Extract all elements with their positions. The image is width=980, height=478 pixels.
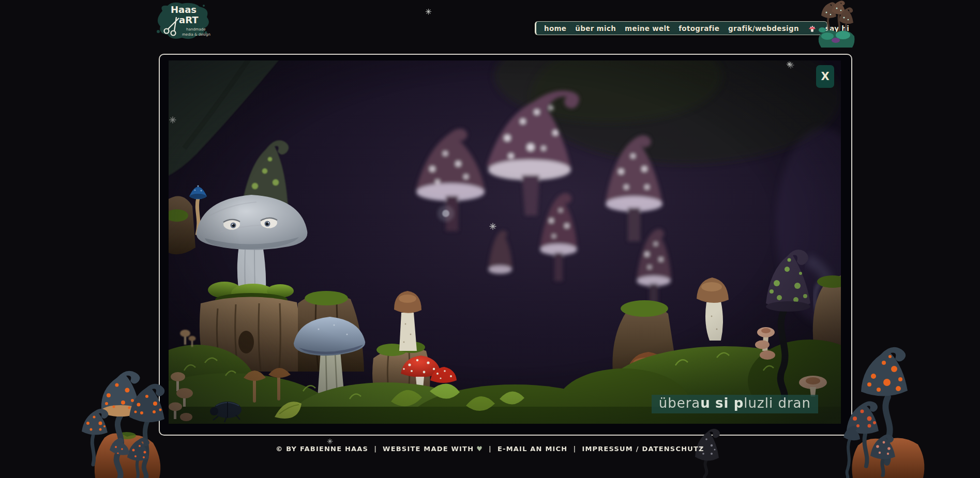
logo-tagline-1: handmade [186,27,205,32]
footer-separator: | [374,445,377,453]
heart-icon: ♥ [476,445,483,453]
mushroom-icon[interactable] [808,24,817,33]
sparkle-icon [425,8,432,15]
footer-email-link[interactable]: E-MAIL AN MICH [497,445,567,453]
logo-title-bottom: aRT [179,14,199,25]
decor-mushrooms-bottom-right [840,336,933,478]
page: Haas aRT handmade media & design home üb… [0,0,980,478]
logo-tagline-2: media & design [182,33,210,37]
caption-segment: si [715,395,729,411]
close-button[interactable]: X [816,65,834,88]
sparkle-icon [327,438,333,444]
logo-splash-icon: Haas aRT handmade media & design [152,2,213,42]
footer: © BY FABIENNE HAAS|WEBSITE MADE WITH♥|E-… [0,445,980,453]
caption-segment [729,395,733,411]
caption-segment: u [700,395,711,411]
sparkle-icon [786,61,792,67]
nav-item-grafik-webdesign[interactable]: grafik/webdesign [728,24,799,33]
site-logo[interactable]: Haas aRT handmade media & design [152,2,213,42]
caption-segment: p [734,395,744,411]
decor-mushrooms-top-right [816,0,857,48]
footer-copyright: © BY FABIENNE HAAS [276,445,368,453]
caption-segment: übera [659,395,701,411]
footer-made-with: WEBSITE MADE WITH [383,445,474,453]
nav-item-home[interactable]: home [544,24,566,33]
decor-mushrooms-bottom-left [78,359,173,478]
main-nav: home über mich meine welt fotografie gra… [535,21,827,35]
caption-segment: luzli [744,395,773,411]
nav-item-fotografie[interactable]: fotografie [679,24,719,33]
footer-separator: | [489,445,492,453]
footer-separator: | [573,445,576,453]
caption-segment [711,395,715,411]
vignette [169,60,841,424]
logo-title-top: Haas [171,4,197,15]
lightbox-photo: überau si pluzli dran [169,60,841,424]
mushroom-scene [169,60,841,424]
nav-item-meine-welt[interactable]: meine welt [625,24,670,33]
caption-segment: dran [773,395,811,411]
footer-legal-link[interactable]: IMPRESSUM / DATENSCHUTZ [582,445,704,453]
photo-caption: überau si pluzli dran [652,395,818,413]
nav-item-ueber-mich[interactable]: über mich [575,24,616,33]
